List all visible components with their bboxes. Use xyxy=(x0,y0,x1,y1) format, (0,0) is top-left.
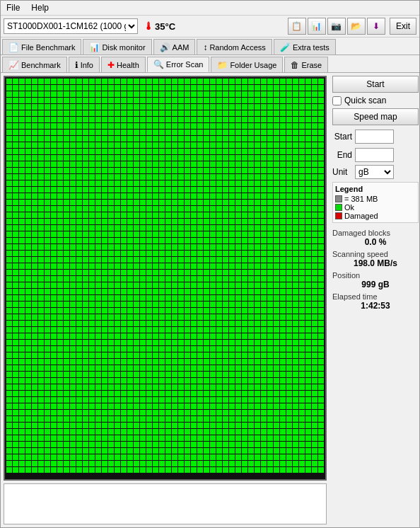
grid-cell xyxy=(127,263,133,269)
grid-cell xyxy=(293,372,298,377)
grid-cell xyxy=(235,454,241,460)
start-button[interactable]: Start xyxy=(332,76,419,93)
tab-erase[interactable]: 🗑 Erase xyxy=(284,57,328,72)
tab-random-access[interactable]: ↕ Random Access xyxy=(197,39,272,54)
grid-cell xyxy=(38,79,44,84)
grid-cell xyxy=(216,429,222,435)
scan-grid-container xyxy=(4,76,327,481)
grid-cell xyxy=(242,403,247,409)
grid-cell xyxy=(229,130,235,135)
grid-cell xyxy=(248,136,254,142)
grid-cell xyxy=(312,391,317,396)
grid-cell xyxy=(146,429,152,435)
toolbar-btn-2[interactable]: 📊 xyxy=(308,18,326,35)
grid-cell xyxy=(57,187,63,193)
grid-cell xyxy=(45,270,50,275)
grid-cell xyxy=(95,123,101,129)
menu-help[interactable]: Help xyxy=(28,2,52,13)
drive-selector[interactable]: ST1000DX001-1CM162 (1000 gB) xyxy=(4,18,138,34)
grid-cell xyxy=(25,149,31,154)
grid-cell xyxy=(83,282,88,288)
grid-cell xyxy=(19,231,25,237)
grid-cell xyxy=(108,206,114,212)
grid-cell xyxy=(293,321,298,326)
grid-cell xyxy=(64,378,69,384)
start-input[interactable]: 0 xyxy=(355,130,394,144)
unit-select[interactable]: gB MB xyxy=(355,165,394,179)
grid-cell xyxy=(197,180,203,186)
scan-text-area[interactable] xyxy=(4,483,327,524)
grid-cell xyxy=(140,321,146,326)
grid-cell xyxy=(305,200,311,205)
grid-cell xyxy=(146,263,152,269)
grid-cell xyxy=(70,117,76,122)
grid-cell xyxy=(83,391,88,396)
grid-cell xyxy=(134,378,139,384)
grid-cell xyxy=(159,142,165,148)
grid-cell xyxy=(267,155,273,161)
grid-cell xyxy=(185,327,190,333)
grid-cell xyxy=(83,136,88,142)
grid-cell xyxy=(318,104,324,110)
grid-cell xyxy=(140,423,146,428)
grid-cell xyxy=(19,327,25,333)
toolbar-btn-3[interactable]: 📷 xyxy=(327,18,346,35)
grid-cell xyxy=(280,123,286,129)
toolbar-btn-4[interactable]: 📂 xyxy=(347,18,366,35)
grid-cell xyxy=(293,91,298,97)
grid-cell xyxy=(197,435,203,441)
grid-cell xyxy=(299,270,305,275)
tab-error-scan[interactable]: 🔍 Error Scan xyxy=(147,57,210,72)
grid-cell xyxy=(108,110,114,116)
grid-cell xyxy=(159,391,165,396)
grid-cell xyxy=(210,219,216,224)
grid-cell xyxy=(185,251,190,256)
grid-cell xyxy=(140,193,146,199)
tab-disk-monitor[interactable]: 📊 Disk monitor xyxy=(83,39,151,54)
grid-cell xyxy=(229,168,235,173)
grid-cell xyxy=(140,410,146,415)
tab-file-benchmark[interactable]: 📄 File Benchmark xyxy=(2,39,81,54)
menu-file[interactable]: File xyxy=(4,2,23,13)
grid-cell xyxy=(70,104,76,110)
tab-health[interactable]: ✚ Health xyxy=(101,57,146,72)
grid-cell xyxy=(229,238,235,243)
quick-scan-checkbox[interactable] xyxy=(332,96,342,105)
tab-aam[interactable]: 🔊 AAM xyxy=(153,39,196,54)
grid-cell xyxy=(51,193,57,199)
grid-cell xyxy=(197,155,203,161)
grid-cell xyxy=(185,314,190,320)
grid-cell xyxy=(299,149,305,154)
grid-cell xyxy=(13,187,18,193)
toolbar-btn-1[interactable]: 📋 xyxy=(288,18,306,35)
grid-cell xyxy=(127,372,133,377)
grid-cell xyxy=(185,346,190,352)
grid-cell xyxy=(312,327,317,333)
tab-extra-tests[interactable]: 🧪 Extra tests xyxy=(274,39,336,54)
grid-cell xyxy=(146,289,152,294)
grid-cell xyxy=(64,454,69,460)
grid-cell xyxy=(83,314,88,320)
grid-cell xyxy=(140,372,146,377)
grid-cell xyxy=(108,161,114,167)
grid-cell xyxy=(185,263,190,269)
exit-button[interactable]: Exit xyxy=(390,18,416,35)
grid-cell xyxy=(76,410,82,415)
grid-cell xyxy=(51,429,57,435)
grid-cell xyxy=(134,193,139,199)
grid-cell xyxy=(45,161,50,167)
grid-cell xyxy=(318,123,324,129)
end-input[interactable]: 1000 xyxy=(355,148,394,162)
grid-cell xyxy=(185,295,190,301)
tab-benchmark[interactable]: 📈 Benchmark xyxy=(2,57,67,72)
tab-info[interactable]: ℹ Info xyxy=(69,57,100,72)
grid-cell xyxy=(95,219,101,224)
grid-cell xyxy=(274,238,279,243)
grid-cell xyxy=(248,321,254,326)
grid-cell xyxy=(38,410,44,415)
tab-folder-usage[interactable]: 📁 Folder Usage xyxy=(211,57,283,72)
speed-map-button[interactable]: Speed map xyxy=(332,108,419,125)
toolbar-btn-5[interactable]: ⬇ xyxy=(367,18,385,35)
grid-cell xyxy=(159,448,165,454)
grid-cell xyxy=(159,180,165,186)
